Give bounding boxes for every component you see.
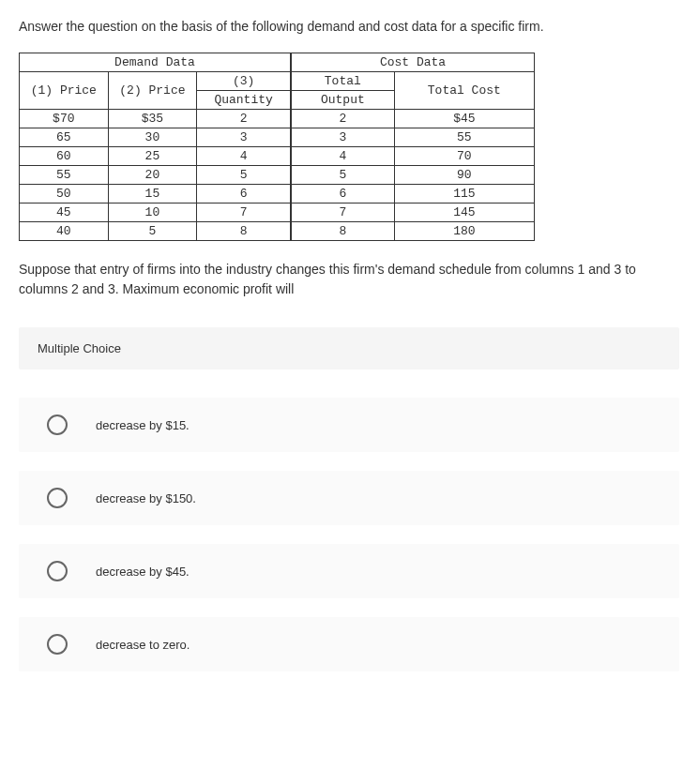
cell: 6 (197, 185, 291, 204)
option-text: decrease by $150. (96, 491, 196, 505)
cell: 15 (108, 185, 197, 204)
option-b[interactable]: decrease by $150. (19, 471, 679, 525)
cell: 70 (394, 147, 534, 166)
table-row: 7 145 (292, 204, 535, 222)
table-row: 3 55 (292, 128, 535, 147)
cell: 8 (197, 222, 291, 241)
cell: 5 (197, 166, 291, 185)
cell: $35 (108, 110, 197, 128)
data-tables: Demand Data (1) Price (2) Price (3) Quan… (19, 53, 679, 241)
cell: 30 (108, 128, 197, 147)
col-cost-header: Total Cost (394, 72, 534, 110)
table-row: 2 $45 (292, 110, 535, 128)
table-row: 60 25 4 (20, 147, 291, 166)
cell: 25 (108, 147, 197, 166)
option-text: decrease by $15. (96, 418, 190, 432)
cost-header: Cost Data (292, 53, 535, 72)
question-prompt: Answer the question on the basis of the … (19, 19, 679, 34)
demand-header: Demand Data (20, 53, 291, 72)
cell: 3 (197, 128, 291, 147)
cell: 40 (20, 222, 109, 241)
radio-icon (47, 561, 68, 581)
table-row: 55 20 5 (20, 166, 291, 185)
cell: 10 (108, 204, 197, 222)
col-output-header-1: Total (292, 72, 395, 91)
option-text: decrease by $45. (96, 565, 190, 579)
option-d[interactable]: decrease to zero. (19, 617, 679, 671)
radio-icon (47, 415, 68, 435)
cell: 50 (20, 185, 109, 204)
cell: 60 (20, 147, 109, 166)
cell: $70 (20, 110, 109, 128)
demand-table: Demand Data (1) Price (2) Price (3) Quan… (19, 53, 291, 241)
option-c[interactable]: decrease by $45. (19, 544, 679, 598)
cell: 45 (20, 204, 109, 222)
table-row: 4 70 (292, 147, 535, 166)
multiple-choice-label: Multiple Choice (19, 327, 679, 369)
cell: 3 (292, 128, 395, 147)
follow-up-text: Suppose that entry of firms into the ind… (19, 260, 679, 299)
cell: 8 (292, 222, 395, 241)
cell: 65 (20, 128, 109, 147)
option-a[interactable]: decrease by $15. (19, 398, 679, 452)
cell: 5 (292, 166, 395, 185)
cell: 2 (292, 110, 395, 128)
table-row: 45 10 7 (20, 204, 291, 222)
table-row: $70 $35 2 (20, 110, 291, 128)
col-price1-header: (1) Price (20, 72, 109, 110)
col-price2-header: (2) Price (108, 72, 197, 110)
option-text: decrease to zero. (96, 638, 190, 652)
cell: 115 (394, 185, 534, 204)
radio-icon (47, 634, 68, 655)
col-qty-header-1: (3) (197, 72, 291, 91)
cell: 7 (197, 204, 291, 222)
cell: 145 (394, 204, 534, 222)
cell: 4 (292, 147, 395, 166)
cell: 4 (197, 147, 291, 166)
table-row: 8 180 (292, 222, 535, 241)
cell: 55 (20, 166, 109, 185)
table-row: 50 15 6 (20, 185, 291, 204)
cell: 6 (292, 185, 395, 204)
cell: 2 (197, 110, 291, 128)
table-row: 6 115 (292, 185, 535, 204)
cell: 7 (292, 204, 395, 222)
cell: 180 (394, 222, 534, 241)
table-row: 65 30 3 (20, 128, 291, 147)
cell: 20 (108, 166, 197, 185)
radio-icon (47, 488, 68, 508)
table-row: 5 90 (292, 166, 535, 185)
col-output-header-2: Output (292, 91, 395, 110)
col-qty-header-2: Quantity (197, 91, 291, 110)
cell: $45 (394, 110, 534, 128)
cell: 90 (394, 166, 534, 185)
table-row: 40 5 8 (20, 222, 291, 241)
cost-table: Cost Data Total Total Cost Output 2 $45 … (291, 53, 535, 241)
cell: 5 (108, 222, 197, 241)
cell: 55 (394, 128, 534, 147)
